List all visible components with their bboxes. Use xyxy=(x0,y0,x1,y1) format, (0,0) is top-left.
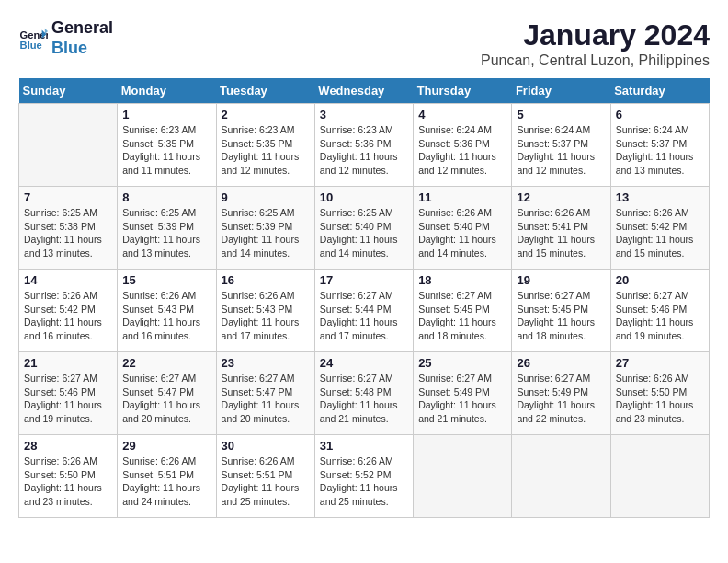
day-info: Sunrise: 6:25 AMSunset: 5:39 PMDaylight:… xyxy=(222,206,310,260)
calendar-cell: 26Sunrise: 6:27 AMSunset: 5:49 PMDayligh… xyxy=(512,352,610,435)
day-info: Sunrise: 6:26 AMSunset: 5:51 PMDaylight:… xyxy=(122,454,210,509)
day-info: Sunrise: 6:27 AMSunset: 5:45 PMDaylight:… xyxy=(418,289,506,343)
day-info: Sunrise: 6:23 AMSunset: 5:35 PMDaylight:… xyxy=(122,123,210,178)
header-saturday: Saturday xyxy=(610,78,709,104)
calendar-cell: 28Sunrise: 6:26 AMSunset: 5:50 PMDayligh… xyxy=(19,435,118,518)
day-number: 14 xyxy=(24,273,112,287)
calendar-cell: 16Sunrise: 6:26 AMSunset: 5:43 PMDayligh… xyxy=(216,270,314,352)
day-number: 20 xyxy=(616,273,704,287)
header-thursday: Thursday xyxy=(414,78,512,104)
calendar-cell: 19Sunrise: 6:27 AMSunset: 5:45 PMDayligh… xyxy=(512,270,610,352)
calendar-cell: 5Sunrise: 6:24 AMSunset: 5:37 PMDaylight… xyxy=(512,104,610,187)
week-row-1: 1Sunrise: 6:23 AMSunset: 5:35 PMDaylight… xyxy=(19,104,710,187)
calendar-cell: 14Sunrise: 6:26 AMSunset: 5:42 PMDayligh… xyxy=(19,270,118,352)
day-number: 5 xyxy=(517,108,605,121)
week-row-2: 7Sunrise: 6:25 AMSunset: 5:38 PMDaylight… xyxy=(19,187,710,270)
day-number: 10 xyxy=(320,190,408,204)
day-number: 31 xyxy=(320,439,408,453)
logo: General Blue General Blue xyxy=(18,18,113,58)
day-number: 21 xyxy=(24,356,112,370)
day-number: 9 xyxy=(222,190,310,204)
day-number: 26 xyxy=(517,356,605,370)
day-number: 6 xyxy=(616,108,704,121)
calendar-cell: 31Sunrise: 6:26 AMSunset: 5:52 PMDayligh… xyxy=(314,435,413,518)
calendar-cell: 23Sunrise: 6:27 AMSunset: 5:47 PMDayligh… xyxy=(216,352,314,435)
calendar-table: SundayMondayTuesdayWednesdayThursdayFrid… xyxy=(18,78,710,518)
day-info: Sunrise: 6:25 AMSunset: 5:38 PMDaylight:… xyxy=(24,206,112,260)
header-wednesday: Wednesday xyxy=(314,78,413,104)
page-title: January 2024 xyxy=(481,18,710,52)
logo-general: General xyxy=(51,18,113,39)
day-number: 22 xyxy=(122,356,210,370)
day-info: Sunrise: 6:27 AMSunset: 5:49 PMDaylight:… xyxy=(418,372,506,426)
day-info: Sunrise: 6:27 AMSunset: 5:48 PMDaylight:… xyxy=(320,372,408,426)
day-info: Sunrise: 6:24 AMSunset: 5:37 PMDaylight:… xyxy=(616,123,704,178)
day-number: 17 xyxy=(320,273,408,287)
day-number: 16 xyxy=(222,273,310,287)
page-header: General Blue General Blue January 2024 P… xyxy=(18,18,710,69)
day-info: Sunrise: 6:24 AMSunset: 5:36 PMDaylight:… xyxy=(418,123,506,178)
day-number: 8 xyxy=(122,190,210,204)
day-number: 11 xyxy=(418,190,506,204)
day-number: 3 xyxy=(320,108,408,121)
week-row-5: 28Sunrise: 6:26 AMSunset: 5:50 PMDayligh… xyxy=(19,435,710,518)
header-friday: Friday xyxy=(512,78,610,104)
day-info: Sunrise: 6:25 AMSunset: 5:40 PMDaylight:… xyxy=(320,206,408,260)
calendar-cell xyxy=(414,435,512,518)
calendar-cell: 22Sunrise: 6:27 AMSunset: 5:47 PMDayligh… xyxy=(118,352,216,435)
day-info: Sunrise: 6:26 AMSunset: 5:43 PMDaylight:… xyxy=(122,289,210,343)
day-info: Sunrise: 6:26 AMSunset: 5:50 PMDaylight:… xyxy=(24,454,112,509)
day-info: Sunrise: 6:25 AMSunset: 5:39 PMDaylight:… xyxy=(122,206,210,260)
calendar-cell: 12Sunrise: 6:26 AMSunset: 5:41 PMDayligh… xyxy=(512,187,610,270)
calendar-cell: 11Sunrise: 6:26 AMSunset: 5:40 PMDayligh… xyxy=(414,187,512,270)
calendar-cell: 1Sunrise: 6:23 AMSunset: 5:35 PMDaylight… xyxy=(118,104,216,187)
day-number: 24 xyxy=(320,356,408,370)
calendar-cell: 17Sunrise: 6:27 AMSunset: 5:44 PMDayligh… xyxy=(314,270,413,352)
day-info: Sunrise: 6:27 AMSunset: 5:46 PMDaylight:… xyxy=(616,289,704,343)
calendar-cell: 13Sunrise: 6:26 AMSunset: 5:42 PMDayligh… xyxy=(610,187,709,270)
day-info: Sunrise: 6:26 AMSunset: 5:43 PMDaylight:… xyxy=(222,289,310,343)
logo-blue: Blue xyxy=(51,39,113,59)
day-number: 7 xyxy=(24,190,112,204)
day-number: 2 xyxy=(222,108,310,121)
day-info: Sunrise: 6:26 AMSunset: 5:42 PMDaylight:… xyxy=(24,289,112,343)
day-number: 25 xyxy=(418,356,506,370)
calendar-cell: 8Sunrise: 6:25 AMSunset: 5:39 PMDaylight… xyxy=(118,187,216,270)
calendar-cell: 7Sunrise: 6:25 AMSunset: 5:38 PMDaylight… xyxy=(19,187,118,270)
day-number: 13 xyxy=(616,190,704,204)
day-info: Sunrise: 6:27 AMSunset: 5:45 PMDaylight:… xyxy=(517,289,605,343)
day-number: 4 xyxy=(418,108,506,121)
calendar-cell: 30Sunrise: 6:26 AMSunset: 5:51 PMDayligh… xyxy=(216,435,314,518)
day-info: Sunrise: 6:23 AMSunset: 5:35 PMDaylight:… xyxy=(222,123,310,178)
day-info: Sunrise: 6:23 AMSunset: 5:36 PMDaylight:… xyxy=(320,123,408,178)
day-number: 15 xyxy=(122,273,210,287)
day-info: Sunrise: 6:27 AMSunset: 5:49 PMDaylight:… xyxy=(517,372,605,426)
calendar-cell: 2Sunrise: 6:23 AMSunset: 5:35 PMDaylight… xyxy=(216,104,314,187)
day-number: 27 xyxy=(616,356,704,370)
calendar-cell: 29Sunrise: 6:26 AMSunset: 5:51 PMDayligh… xyxy=(118,435,216,518)
header-monday: Monday xyxy=(118,78,216,104)
day-info: Sunrise: 6:26 AMSunset: 5:51 PMDaylight:… xyxy=(222,454,310,509)
day-info: Sunrise: 6:26 AMSunset: 5:52 PMDaylight:… xyxy=(320,454,408,509)
calendar-cell: 24Sunrise: 6:27 AMSunset: 5:48 PMDayligh… xyxy=(314,352,413,435)
header-tuesday: Tuesday xyxy=(216,78,314,104)
day-number: 18 xyxy=(418,273,506,287)
title-block: January 2024 Puncan, Central Luzon, Phil… xyxy=(481,18,710,69)
header-sunday: Sunday xyxy=(19,78,118,104)
calendar-header-row: SundayMondayTuesdayWednesdayThursdayFrid… xyxy=(19,78,710,104)
day-info: Sunrise: 6:26 AMSunset: 5:42 PMDaylight:… xyxy=(616,206,704,260)
calendar-cell: 3Sunrise: 6:23 AMSunset: 5:36 PMDaylight… xyxy=(314,104,413,187)
calendar-cell: 10Sunrise: 6:25 AMSunset: 5:40 PMDayligh… xyxy=(314,187,413,270)
calendar-cell: 6Sunrise: 6:24 AMSunset: 5:37 PMDaylight… xyxy=(610,104,709,187)
day-number: 29 xyxy=(122,439,210,453)
calendar-cell: 4Sunrise: 6:24 AMSunset: 5:36 PMDaylight… xyxy=(414,104,512,187)
calendar-cell: 25Sunrise: 6:27 AMSunset: 5:49 PMDayligh… xyxy=(414,352,512,435)
calendar-cell xyxy=(512,435,610,518)
day-info: Sunrise: 6:24 AMSunset: 5:37 PMDaylight:… xyxy=(517,123,605,178)
calendar-cell: 15Sunrise: 6:26 AMSunset: 5:43 PMDayligh… xyxy=(118,270,216,352)
calendar-cell: 18Sunrise: 6:27 AMSunset: 5:45 PMDayligh… xyxy=(414,270,512,352)
day-info: Sunrise: 6:26 AMSunset: 5:41 PMDaylight:… xyxy=(517,206,605,260)
day-number: 19 xyxy=(517,273,605,287)
week-row-4: 21Sunrise: 6:27 AMSunset: 5:46 PMDayligh… xyxy=(19,352,710,435)
day-number: 30 xyxy=(222,439,310,453)
